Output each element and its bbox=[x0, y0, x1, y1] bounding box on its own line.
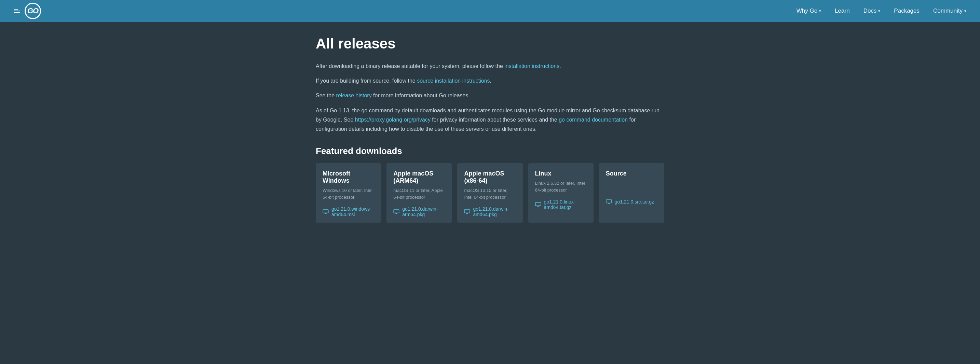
monitor-icon bbox=[535, 202, 541, 207]
svg-rect-12 bbox=[606, 200, 612, 203]
card-linux-title: Linux bbox=[535, 170, 587, 177]
nav-packages[interactable]: Packages bbox=[894, 8, 920, 14]
intro-p3-before: See the bbox=[316, 92, 336, 99]
card-source-title: Source bbox=[606, 170, 657, 177]
card-macos-x86-download-link[interactable]: go1.21.0.darwin-amd64.pkg bbox=[464, 206, 515, 217]
card-source-filename: go1.21.0.src.tar.gz bbox=[615, 199, 654, 205]
site-header: GO Why Go ▾ Learn Docs ▾ Packages Commun… bbox=[0, 0, 980, 22]
card-macos-arm-desc: macOS 11 or later, Apple 64-bit processo… bbox=[393, 187, 445, 201]
chevron-down-icon: ▾ bbox=[878, 9, 880, 13]
card-macos-arm-download-link[interactable]: go1.21.0.darwin-arm64.pkg bbox=[393, 206, 445, 217]
svg-rect-9 bbox=[535, 202, 541, 206]
nav-why-go[interactable]: Why Go ▾ bbox=[797, 8, 821, 14]
intro-p1-after: . bbox=[559, 63, 561, 69]
svg-rect-0 bbox=[323, 210, 328, 213]
chevron-down-icon: ▾ bbox=[964, 9, 966, 13]
privacy-between: for privacy information about these serv… bbox=[431, 117, 559, 122]
source-installation-link[interactable]: source installation instructions bbox=[417, 78, 490, 84]
proxy-privacy-link[interactable]: https://proxy.golang.org/privacy bbox=[355, 117, 431, 122]
chevron-down-icon: ▾ bbox=[819, 9, 821, 13]
card-linux-download-link[interactable]: go1.21.0.linux-amd64.tar.gz bbox=[535, 199, 587, 210]
hamburger-icon bbox=[14, 9, 20, 13]
download-card-macos-arm: Apple macOS (ARM64) macOS 11 or later, A… bbox=[387, 163, 452, 223]
card-windows-title: Microsoft Windows bbox=[323, 170, 374, 184]
download-card-macos-x86: Apple macOS (x86-64) macOS 10.15 or late… bbox=[457, 163, 522, 223]
download-card-source: Source go1.21.0.src.tar.gz bbox=[599, 163, 664, 223]
monitor-icon bbox=[393, 209, 399, 214]
card-windows-filename: go1.21.0.windows-amd64.msi bbox=[331, 206, 374, 217]
intro-paragraph-2: If you are building from source, follow … bbox=[316, 76, 664, 85]
card-source-download-link[interactable]: go1.21.0.src.tar.gz bbox=[606, 199, 657, 205]
intro-paragraph-1: After downloading a binary release suita… bbox=[316, 62, 664, 71]
main-nav: Why Go ▾ Learn Docs ▾ Packages Community… bbox=[797, 8, 966, 14]
go-logo: GO bbox=[25, 3, 41, 19]
main-content: All releases After downloading a binary … bbox=[302, 22, 678, 243]
page-title: All releases bbox=[316, 35, 664, 52]
monitor-icon bbox=[464, 209, 470, 214]
card-macos-x86-desc: macOS 10.15 or later, Intel 64-bit proce… bbox=[464, 187, 515, 201]
go-command-docs-link[interactable]: go command documentation bbox=[559, 117, 628, 122]
svg-rect-6 bbox=[465, 210, 470, 213]
release-history-link[interactable]: release history bbox=[336, 92, 372, 99]
featured-downloads-title: Featured downloads bbox=[316, 146, 664, 156]
card-linux-filename: go1.21.0.linux-amd64.tar.gz bbox=[544, 199, 587, 210]
intro-p3-after: for more information about Go releases. bbox=[372, 92, 470, 99]
logo-area[interactable]: GO bbox=[14, 3, 41, 19]
nav-community[interactable]: Community ▾ bbox=[933, 8, 966, 14]
card-macos-x86-filename: go1.21.0.darwin-amd64.pkg bbox=[473, 206, 515, 217]
installation-instructions-link[interactable]: installation instructions bbox=[504, 63, 559, 69]
card-macos-arm-title: Apple macOS (ARM64) bbox=[393, 170, 445, 184]
download-card-windows: Microsoft Windows Windows 10 or later, I… bbox=[316, 163, 381, 223]
card-linux-desc: Linux 2.6.32 or later, Intel 64-bit proc… bbox=[535, 180, 587, 194]
card-macos-arm-filename: go1.21.0.darwin-arm64.pkg bbox=[402, 206, 445, 217]
intro-p2-after: . bbox=[490, 78, 492, 84]
monitor-icon bbox=[606, 199, 612, 204]
intro-p2-before: If you are building from source, follow … bbox=[316, 78, 417, 84]
download-card-linux: Linux Linux 2.6.32 or later, Intel 64-bi… bbox=[528, 163, 593, 223]
card-macos-x86-title: Apple macOS (x86-64) bbox=[464, 170, 515, 184]
monitor-icon bbox=[323, 209, 329, 214]
nav-learn[interactable]: Learn bbox=[835, 8, 850, 14]
card-source-desc bbox=[606, 180, 657, 194]
privacy-paragraph: As of Go 1.13, the go command by default… bbox=[316, 106, 664, 134]
svg-rect-3 bbox=[394, 210, 399, 213]
download-cards-grid: Microsoft Windows Windows 10 or later, I… bbox=[316, 163, 664, 223]
card-windows-download-link[interactable]: go1.21.0.windows-amd64.msi bbox=[323, 206, 374, 217]
nav-docs[interactable]: Docs ▾ bbox=[864, 8, 881, 14]
intro-paragraph-3: See the release history for more informa… bbox=[316, 91, 664, 100]
card-windows-desc: Windows 10 or later, Intel 64-bit proces… bbox=[323, 187, 374, 201]
intro-p1-before: After downloading a binary release suita… bbox=[316, 63, 504, 69]
